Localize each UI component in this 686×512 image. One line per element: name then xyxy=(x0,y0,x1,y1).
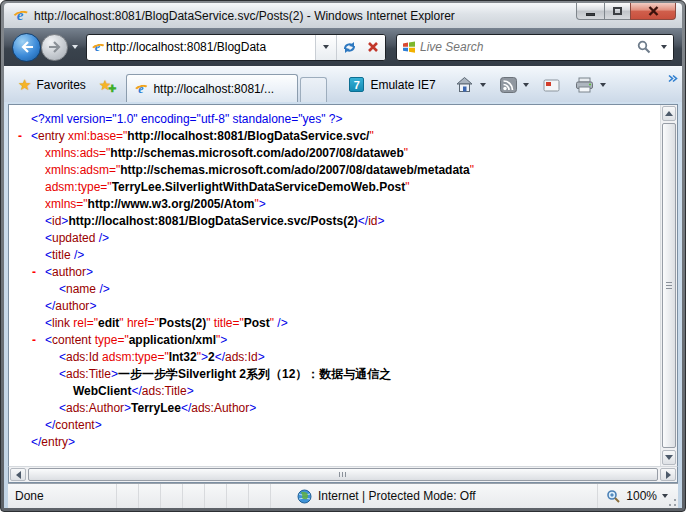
horizontal-scrollbar[interactable] xyxy=(8,466,678,483)
toolbar-overflow-chevron[interactable] xyxy=(667,69,679,87)
xml-line: </author> xyxy=(9,298,660,315)
search-box xyxy=(396,34,674,61)
new-tab-stub[interactable] xyxy=(300,77,327,102)
refresh-button[interactable] xyxy=(337,35,361,60)
mail-icon xyxy=(543,78,560,92)
xml-line: WebClient</ads:Title> xyxy=(9,383,660,400)
xml-line: <name /> xyxy=(9,281,660,298)
forward-arrow-icon xyxy=(48,41,62,53)
minimize-button[interactable] xyxy=(576,3,605,20)
maximize-button[interactable] xyxy=(604,3,631,20)
xml-line: -<content type="application/xml"> xyxy=(9,332,660,349)
zoom-level: 100% xyxy=(626,489,657,503)
address-bar: e xyxy=(86,34,386,61)
emulate-label: Emulate IE7 xyxy=(370,78,435,92)
statusbar-segment xyxy=(116,484,138,508)
search-icon xyxy=(637,40,651,54)
arrow-up-icon xyxy=(665,111,673,116)
add-favorite-button[interactable]: ★ ✚ xyxy=(94,75,117,95)
arrow-left-icon xyxy=(16,471,21,479)
statusbar-segment xyxy=(138,484,160,508)
ie-logo-icon: e xyxy=(12,8,28,24)
vertical-scrollbar[interactable] xyxy=(660,105,677,466)
home-icon xyxy=(455,76,474,93)
address-input[interactable] xyxy=(104,40,315,54)
refresh-icon xyxy=(343,41,356,54)
back-button[interactable] xyxy=(12,33,41,62)
xml-line: <link rel="edit" href="Posts(2)" title="… xyxy=(9,315,660,332)
xml-line: <title /> xyxy=(9,247,660,264)
page-ie-icon: e xyxy=(91,41,104,54)
stop-icon xyxy=(367,41,379,53)
content-area: <?xml version="1.0" encoding="utf-8" sta… xyxy=(8,104,678,466)
statusbar-segment xyxy=(248,484,270,508)
windows-logo-icon xyxy=(402,40,416,54)
xml-line: xmlns:ads="http://schemas.microsoft.com/… xyxy=(9,145,660,162)
resize-grip[interactable] xyxy=(665,495,677,507)
window-controls xyxy=(577,3,676,20)
xml-line: <id>http://localhost:8081/BlogDataServic… xyxy=(9,213,660,230)
xml-line: <ads:Author>TerryLee</ads:Author> xyxy=(9,400,660,417)
emulate-ie7-button[interactable]: 7 Emulate IE7 xyxy=(343,74,441,95)
zone-text: Internet | Protected Mode: Off xyxy=(318,489,476,503)
h-scrollbar-thumb[interactable] xyxy=(28,468,658,481)
xml-viewer: <?xml version="1.0" encoding="utf-8" sta… xyxy=(9,105,660,466)
print-icon xyxy=(575,77,594,93)
status-text: Done xyxy=(8,489,116,503)
window-title: http://localhost:8081/BlogDataService.sv… xyxy=(34,9,455,23)
minimize-icon xyxy=(586,13,595,16)
address-dropdown-button[interactable] xyxy=(316,35,336,60)
xml-line: xmlns="http://www.w3.org/2005/Atom"> xyxy=(9,196,660,213)
history-dropdown-icon[interactable] xyxy=(72,45,78,49)
browser-window: e http://localhost:8081/BlogDataService.… xyxy=(0,0,686,512)
navigation-bar: e xyxy=(4,28,682,66)
globe-icon xyxy=(297,489,312,504)
scroll-left-button[interactable] xyxy=(10,468,26,481)
xml-line: </content> xyxy=(9,417,660,434)
xml-line: </entry> xyxy=(9,434,660,451)
star-icon: ★ xyxy=(18,77,31,92)
collapse-marker[interactable]: - xyxy=(32,332,36,349)
security-zone: Internet | Protected Mode: Off xyxy=(270,484,502,508)
search-input[interactable] xyxy=(416,40,633,54)
xml-line: xmlns:adsm="http://schemas.microsoft.com… xyxy=(9,162,660,179)
read-mail-button[interactable] xyxy=(540,76,563,94)
forward-button[interactable] xyxy=(45,34,68,61)
plus-badge: ✚ xyxy=(108,84,116,94)
ie7-badge-icon: 7 xyxy=(349,77,364,92)
search-dropdown-button[interactable] xyxy=(655,35,673,60)
scroll-down-button[interactable] xyxy=(662,450,676,465)
close-icon xyxy=(648,6,659,16)
close-button[interactable] xyxy=(630,3,676,20)
statusbar-segment xyxy=(160,484,182,508)
titlebar[interactable]: e http://localhost:8081/BlogDataService.… xyxy=(4,3,682,28)
statusbar-segment xyxy=(226,484,248,508)
feeds-dropdown-icon[interactable] xyxy=(523,83,529,87)
xml-line: adsm:type="TerryLee.SilverlightWithDataS… xyxy=(9,179,660,196)
feeds-button[interactable] xyxy=(497,75,520,95)
magnifier-icon xyxy=(606,489,621,504)
arrow-right-icon xyxy=(666,471,671,479)
statusbar-segment xyxy=(182,484,204,508)
print-button[interactable] xyxy=(572,75,597,95)
xml-line: -<entry xml:base="http://localhost:8081/… xyxy=(9,128,660,145)
tab-active[interactable]: e http://localhost:8081/... xyxy=(126,74,298,102)
stop-button[interactable] xyxy=(361,35,385,60)
collapse-marker[interactable]: - xyxy=(32,264,36,281)
favorites-button[interactable]: ★ Favorites xyxy=(10,74,94,95)
collapse-marker[interactable]: - xyxy=(18,128,22,145)
home-dropdown-icon[interactable] xyxy=(480,83,486,87)
ie-logo-icon: e xyxy=(134,82,147,95)
search-button[interactable] xyxy=(633,35,655,60)
home-button[interactable] xyxy=(452,74,477,95)
scroll-up-button[interactable] xyxy=(662,106,676,121)
xml-line: <?xml version="1.0" encoding="utf-8" sta… xyxy=(9,111,660,128)
scroll-right-button[interactable] xyxy=(660,468,676,481)
scrollbar-thumb[interactable] xyxy=(662,123,676,448)
chevron-down-icon xyxy=(661,45,667,49)
print-dropdown-icon[interactable] xyxy=(600,83,606,87)
viewport-frame: <?xml version="1.0" encoding="utf-8" sta… xyxy=(4,102,682,508)
tab-title: http://localhost:8081/... xyxy=(153,82,274,96)
maximize-icon xyxy=(613,7,622,15)
back-arrow-icon xyxy=(20,41,34,53)
